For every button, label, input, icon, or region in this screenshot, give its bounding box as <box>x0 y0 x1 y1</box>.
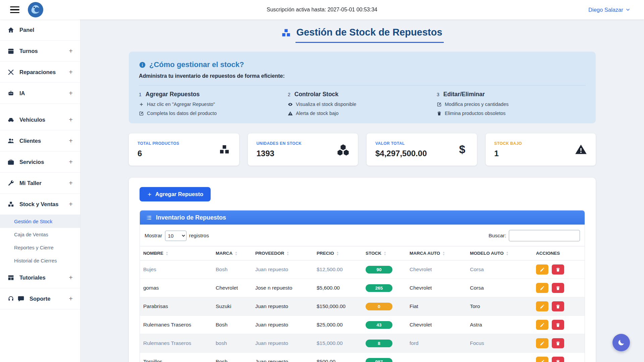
edit-button[interactable] <box>536 338 548 348</box>
sidebar-item-turnos[interactable]: Turnos+ <box>0 41 80 62</box>
sidebar-item-clientes[interactable]: Clientes+ <box>0 130 80 152</box>
delete-button[interactable] <box>552 357 564 362</box>
column-header-proveedor[interactable]: PROVEEDOR▲▼ <box>252 246 313 260</box>
pencil-icon <box>540 267 545 272</box>
cell: Juan repuesto <box>252 334 313 353</box>
column-header-stock[interactable]: STOCK▲▼ <box>362 246 406 260</box>
cell: ford <box>406 334 467 353</box>
inventory-card: Agregar Repuesto Inventario de Repuestos… <box>129 178 596 362</box>
divider <box>139 85 586 85</box>
dollar-icon: $ <box>456 143 468 156</box>
step-number: 2 <box>288 92 290 97</box>
stat-card-total-productos: TOTAL PRODUCTOS6 <box>129 133 239 166</box>
trash-icon <box>555 341 560 346</box>
expand-plus-icon: + <box>69 274 73 282</box>
stats-row: TOTAL PRODUCTOS6UNIDADES EN STOCK1393VAL… <box>129 133 596 166</box>
cell: gomas <box>140 279 212 297</box>
dark-mode-toggle[interactable] <box>612 334 630 351</box>
tools-icon <box>7 69 14 76</box>
pencil-icon <box>540 286 545 291</box>
actions-cell <box>533 260 585 279</box>
stat-card-valor-total: VALOR TOTAL$4,297,500.00$ <box>367 133 477 166</box>
chat-icon <box>17 295 24 302</box>
column-header-marca[interactable]: MARCA▲▼ <box>212 246 252 260</box>
sidebar-item-soporte[interactable]: Soporte+ <box>0 288 80 309</box>
cell: $12,500.00 <box>313 260 362 279</box>
app-logo[interactable] <box>28 2 44 18</box>
sidebar-item-servicios[interactable]: Servicios+ <box>0 152 80 173</box>
column-header-precio[interactable]: PRECIO▲▼ <box>313 246 362 260</box>
cell: Corsa <box>467 279 533 297</box>
user-menu[interactable]: Diego Salazar <box>588 7 631 13</box>
cell: Bosh <box>212 353 252 362</box>
delete-button[interactable] <box>552 264 564 275</box>
page-size-select[interactable]: 10 <box>165 231 186 241</box>
delete-button[interactable] <box>552 283 564 293</box>
cell: Chevrolet <box>406 279 467 297</box>
actions-cell <box>533 353 585 362</box>
sidebar-subitem-gesti-n-de-stock[interactable]: Gestión de Stock <box>0 215 80 228</box>
sidebar-subitem-caja-de-ventas[interactable]: Caja de Ventas <box>0 228 80 241</box>
edit-button[interactable] <box>536 301 548 311</box>
table-header-bar: Inventario de Repuestos <box>140 210 585 225</box>
delete-button[interactable] <box>552 338 564 348</box>
add-part-button[interactable]: Agregar Repuesto <box>140 187 211 201</box>
expand-plus-icon: + <box>69 89 73 97</box>
edit-button[interactable] <box>536 264 548 275</box>
cell: $15,000.00 <box>313 334 362 353</box>
help-title: ¿Cómo gestionar el stock? <box>139 60 586 69</box>
subscription-status: Suscripción activa hasta: 2027-05-01 00:… <box>267 7 377 13</box>
step-title: Agregar Repuestos <box>146 91 200 98</box>
pencil-icon <box>540 304 545 309</box>
sidebar-item-tutoriales[interactable]: Tutoriales+ <box>0 267 80 288</box>
cell: Astra <box>467 316 533 334</box>
cell: bosh <box>212 334 252 353</box>
column-header-nombre[interactable]: NOMBRE▲▼ <box>140 246 212 260</box>
sidebar-item-vehiculos[interactable]: Vehículos+ <box>0 109 80 130</box>
sidebar-item-label: Tutoriales <box>19 275 46 281</box>
sidebar-subitem-reportes-y-cierre[interactable]: Reportes y Cierre <box>0 241 80 254</box>
cell: Corsa <box>467 260 533 279</box>
sort-icon: ▲▼ <box>166 251 168 256</box>
cell <box>406 353 467 362</box>
trash-icon <box>437 111 442 116</box>
trash-icon <box>555 304 560 309</box>
page-title-row: Gestión de Stock de Repuestos <box>129 27 596 43</box>
edit-button[interactable] <box>536 357 548 362</box>
stat-value: 6 <box>138 149 179 158</box>
stat-card-stock-bajo: STOCK BAJO1 <box>486 133 596 166</box>
sidebar-item-panel[interactable]: Panel <box>0 19 80 41</box>
page-title: Gestión de Stock de Repuestos <box>296 27 443 43</box>
stock-badge: 43 <box>366 321 392 329</box>
stock-badge: 265 <box>366 284 392 292</box>
table-head-row: NOMBRE▲▼MARCA▲▼PROVEEDOR▲▼PRECIO▲▼STOCK▲… <box>140 246 585 260</box>
sidebar-item-mi-taller[interactable]: Mi Taller+ <box>0 173 80 194</box>
cell: Chevrolet <box>406 316 467 334</box>
stock-boxes-icon <box>281 27 291 38</box>
column-header-modelo-auto[interactable]: MODELO AUTO▲▼ <box>467 246 533 260</box>
actions-cell <box>533 316 585 334</box>
column-header-marca-auto[interactable]: MARCA AUTO▲▼ <box>406 246 467 260</box>
plus-icon <box>139 102 144 107</box>
delete-button[interactable] <box>552 320 564 330</box>
column-header-acciones: ACCIONES <box>533 246 585 260</box>
menu-icon[interactable] <box>10 6 19 13</box>
cell: Rulemanes Traseros <box>140 334 212 353</box>
sidebar-item-reparaciones[interactable]: Reparaciones+ <box>0 62 80 83</box>
cell: Jose n repuesto <box>252 279 313 297</box>
sidebar-subitem-historial-de-cierres[interactable]: Historial de Cierres <box>0 254 80 267</box>
stat-label: STOCK BAJO <box>494 141 522 146</box>
sidebar-item-label: Clientes <box>19 138 41 144</box>
cell: Fiat <box>406 297 467 316</box>
cell: $150,000.00 <box>313 297 362 316</box>
stat-card-unidades-en-stock: UNIDADES EN STOCK1393 <box>248 133 358 166</box>
sidebar-item-ia[interactable]: IA+ <box>0 83 80 104</box>
cell <box>467 353 533 362</box>
edit-button[interactable] <box>536 320 548 330</box>
pencilsq-icon <box>139 111 144 116</box>
edit-button[interactable] <box>536 283 548 293</box>
stat-label: TOTAL PRODUCTOS <box>138 141 179 146</box>
sidebar-item-stock-y-ventas[interactable]: Stock y Ventas+ <box>0 194 80 215</box>
delete-button[interactable] <box>552 301 564 311</box>
search-input[interactable] <box>509 230 580 241</box>
